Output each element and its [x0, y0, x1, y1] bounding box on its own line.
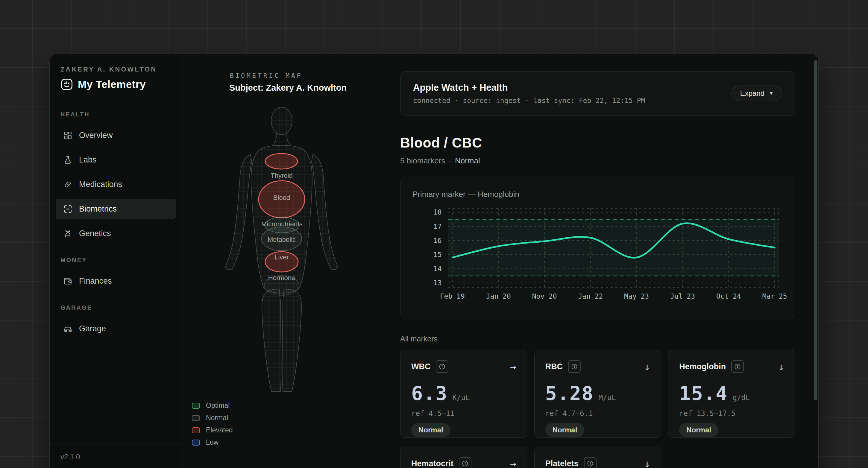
all-markers-label: All markers: [400, 335, 795, 343]
marker-name: Platelets: [545, 459, 579, 468]
marker-value: 15.4: [679, 382, 727, 405]
marker-card-wbc[interactable]: WBC → 6.3 K/uL ref 4.5–11 Normal: [400, 350, 527, 438]
x-axis-tick-label: Jan 22: [578, 292, 603, 300]
info-icon[interactable]: [568, 360, 581, 373]
trend-down-icon: ↓: [778, 361, 784, 373]
marker-name: Hematocrit: [411, 459, 454, 468]
info-icon[interactable]: [436, 360, 448, 373]
car-icon: [63, 324, 72, 333]
biomarker-count: 5 biomarkers: [400, 156, 445, 165]
sidebar-item-label: Overview: [79, 131, 113, 140]
trend-right-icon: →: [510, 458, 516, 468]
info-icon[interactable]: [459, 457, 471, 468]
sidebar-item-label: Biometrics: [79, 205, 117, 214]
body-map-panel: BIOMETRIC MAP Subject: Zakery A. Knowlto…: [182, 54, 381, 468]
marker-card-platelets[interactable]: Platelets ↓: [534, 447, 661, 468]
region-label-metabolic: Metabolic: [268, 236, 296, 243]
sidebar-item-overview[interactable]: Overview: [56, 125, 176, 146]
body-map-subject: Subject: Zakery A. Knowlton: [229, 83, 381, 93]
info-icon[interactable]: [584, 457, 596, 468]
body-map-kicker: BIOMETRIC MAP: [230, 72, 381, 79]
marker-value: 6.3: [411, 382, 448, 405]
legend-row-low: Low: [192, 436, 233, 448]
marker-card-rbc[interactable]: RBC ↓ 5.28 M/uL ref 4.7–6.1 Normal: [534, 350, 661, 438]
legend-swatch-normal: [192, 415, 200, 421]
source-card: Apple Watch + Health connected · source:…: [400, 71, 795, 116]
region-thyroid[interactable]: [265, 154, 298, 169]
info-icon[interactable]: [731, 360, 744, 373]
marker-unit: g/dL: [733, 394, 750, 402]
sidebar-item-label: Medications: [79, 180, 122, 189]
sidebar-item-label: Labs: [79, 155, 97, 164]
y-axis-tick-label: 15: [433, 251, 442, 258]
body-wireframe-map: Thyroid Blood Micronutrients Metabolic L…: [182, 103, 381, 403]
sidebar-item-finances[interactable]: Finances: [56, 271, 176, 291]
nav-section-health: HEALTH: [60, 111, 176, 118]
expand-button[interactable]: Expand ▼: [732, 86, 782, 101]
sidebar-nav: HEALTH Overview Labs: [50, 99, 182, 339]
hemoglobin-line-chart[interactable]: 181716151413Feb 19Jan 20Nov 20Jan 22May …: [401, 177, 795, 318]
page-subtitle: 5 biomarkers · Normal: [400, 156, 795, 165]
x-axis-tick-label: May 23: [624, 292, 649, 300]
legend-label: Optimal: [206, 402, 229, 410]
hemoglobin-chart-card: Primary marker — Hemoglobin 181716151413…: [400, 177, 795, 318]
scrollbar-thumb[interactable]: [814, 60, 817, 400]
legend-swatch-low: [192, 440, 200, 445]
marker-unit: K/uL: [453, 394, 470, 402]
pill-icon: [63, 180, 72, 189]
marker-ref-range: ref 4.5–11: [411, 409, 516, 418]
x-axis-tick-label: Jan 20: [486, 292, 511, 300]
reference-band: [448, 219, 779, 276]
wallet-icon: [63, 277, 72, 286]
app-version: v2.1.0: [60, 453, 80, 461]
marker-unit: M/uL: [599, 394, 616, 402]
sidebar-footer-divider: [50, 443, 182, 443]
status-badge: Normal: [545, 423, 585, 437]
app-title: My Telemetry: [78, 79, 146, 90]
x-axis-tick-label: Mar 25: [762, 292, 787, 300]
page-title: Blood / CBC: [400, 135, 795, 151]
marker-name: Hemoglobin: [679, 362, 726, 371]
marker-card-hemoglobin[interactable]: Hemoglobin ↓ 15.4 g/dL ref 13.5–17.5 Nor…: [668, 350, 795, 438]
region-label-hormone: Hormone: [268, 274, 295, 282]
scrollbar-track[interactable]: [814, 54, 817, 468]
sidebar-item-biometrics[interactable]: Biometrics: [56, 199, 176, 219]
x-axis-tick-label: Nov 20: [532, 292, 557, 300]
marker-card-hematocrit[interactable]: Hematocrit →: [400, 447, 527, 468]
x-axis-tick-label: Oct 24: [716, 292, 741, 300]
legend-row-elevated: Elevated: [192, 424, 233, 436]
sidebar-item-labs[interactable]: Labs: [56, 150, 176, 170]
sidebar-header: ZAKERY A. KNOWLTON My Telemetry: [50, 54, 182, 99]
y-axis-tick-label: 18: [433, 208, 442, 216]
region-label-liver: Liver: [275, 253, 289, 261]
sidebar-item-garage[interactable]: Garage: [56, 318, 176, 339]
nav-section-garage: GARAGE: [60, 304, 176, 311]
x-axis-tick-label: Jul 23: [670, 292, 695, 300]
legend-label: Elevated: [206, 426, 233, 434]
legend-label: Normal: [206, 414, 228, 422]
x-axis-tick-label: Feb 19: [440, 292, 465, 300]
marker-cards-row1: WBC → 6.3 K/uL ref 4.5–11 Normal RBC: [400, 350, 795, 438]
legend-swatch-optimal: [192, 403, 200, 409]
grid-icon: [63, 131, 72, 140]
marker-cards-row2: Hematocrit → Platelets ↓: [400, 447, 795, 468]
sidebar-item-genetics[interactable]: Genetics: [56, 223, 176, 244]
source-meta: connected · source: ingest · last sync: …: [413, 97, 645, 104]
marker-ref-range: ref 13.5–17.5: [679, 409, 784, 418]
status-badge: Normal: [679, 423, 718, 437]
sidebar-item-medications[interactable]: Medications: [56, 174, 176, 194]
expand-label: Expand: [740, 89, 765, 98]
y-axis-tick-label: 16: [433, 237, 442, 245]
marker-ref-range: ref 4.7–6.1: [545, 409, 650, 418]
region-label-thyroid: Thyroid: [271, 172, 292, 179]
chevron-down-icon: ▼: [769, 90, 774, 96]
region-label-blood: Blood: [273, 194, 290, 201]
legend-row-optimal: Optimal: [192, 400, 233, 412]
sidebar-item-label: Finances: [79, 277, 112, 286]
legend-swatch-elevated: [192, 427, 200, 433]
dna-icon: [63, 229, 72, 238]
marker-name: RBC: [545, 362, 563, 371]
user-name: ZAKERY A. KNOWLTON: [60, 65, 171, 73]
legend-row-normal: Normal: [192, 412, 233, 424]
source-title: Apple Watch + Health: [413, 82, 645, 93]
